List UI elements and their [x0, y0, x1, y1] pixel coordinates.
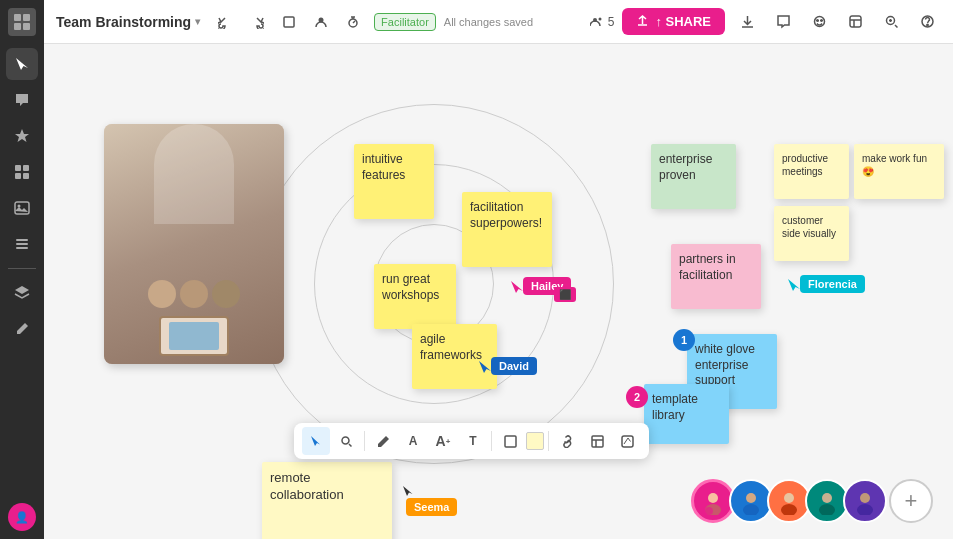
tb-table-button[interactable] [583, 427, 611, 455]
svg-rect-6 [15, 173, 21, 179]
sticky-text: customer side visually [782, 215, 836, 239]
sticky-make-work-fun[interactable]: make work fun 😍 [854, 144, 944, 199]
svg-rect-11 [16, 243, 28, 245]
zoom-button[interactable] [877, 8, 905, 36]
tb-select-button[interactable] [302, 427, 330, 455]
app-container: 👤 Team Brainstorming ▾ [0, 0, 953, 539]
canvas[interactable]: intuitive features facilitation superpow… [44, 44, 953, 539]
download-button[interactable] [733, 8, 761, 36]
settings-button[interactable] [841, 8, 869, 36]
sticky-text: run great workshops [382, 272, 439, 302]
tb-color-button[interactable] [526, 432, 544, 450]
svg-point-24 [926, 24, 927, 25]
svg-point-39 [857, 504, 873, 515]
tb-rect-button[interactable] [496, 427, 524, 455]
sticky-text: productive meetings [782, 153, 828, 177]
tb-text-small-button[interactable]: A [399, 427, 427, 455]
reactions-button[interactable] [805, 8, 833, 36]
sticky-run-great-workshops[interactable]: run great workshops [374, 264, 456, 329]
topbar: Team Brainstorming ▾ [44, 0, 953, 44]
sidebar-icon-layers[interactable] [6, 277, 38, 309]
tb-text-button[interactable]: T [459, 427, 487, 455]
svg-point-38 [860, 493, 870, 503]
svg-point-19 [816, 20, 818, 22]
cursor-florencia: Florencia [786, 277, 802, 297]
undo-button[interactable] [212, 9, 238, 35]
sidebar-icon-menu[interactable] [6, 228, 38, 260]
svg-rect-3 [23, 23, 30, 30]
facilitator-badge: Facilitator [374, 13, 436, 31]
sticky-text: remote collaboration [270, 470, 344, 502]
sticky-text: agile frameworks [420, 332, 482, 362]
tb-link-button[interactable] [553, 427, 581, 455]
svg-rect-13 [284, 17, 294, 27]
help-button[interactable] [913, 8, 941, 36]
svg-point-29 [708, 493, 718, 503]
sticky-facilitation-superpowers[interactable]: facilitation superpowers! [462, 192, 552, 267]
sticky-partners-facilitation[interactable]: partners in facilitation [671, 244, 761, 309]
sticky-text: facilitation superpowers! [470, 200, 542, 230]
sticky-productive-meetings[interactable]: productive meetings [774, 144, 849, 199]
hailey-icon-badge: ⬛ [554, 287, 576, 302]
tb-more-button[interactable] [613, 427, 641, 455]
sticky-text: white glove enterprise support [695, 342, 755, 387]
sticky-intuitive-features[interactable]: intuitive features [354, 144, 434, 219]
sticky-enterprise-proven[interactable]: enterprise proven [651, 144, 736, 209]
svg-point-17 [598, 17, 601, 20]
sidebar-icon-comment[interactable] [6, 84, 38, 116]
sticky-template-library[interactable]: template library [644, 384, 729, 444]
sidebar-icon-star[interactable] [6, 120, 38, 152]
sticky-agile-frameworks[interactable]: agile frameworks [412, 324, 497, 389]
sidebar-icon-pen[interactable] [6, 313, 38, 345]
frame-button[interactable] [276, 9, 302, 35]
logo[interactable] [8, 8, 36, 36]
redo-button[interactable] [244, 9, 270, 35]
add-participant-button[interactable]: + [889, 479, 933, 523]
svg-point-32 [746, 493, 756, 503]
svg-point-34 [784, 493, 794, 503]
cursor-hailey: Hailey [509, 279, 525, 299]
tb-divider-2 [491, 431, 492, 451]
svg-point-25 [342, 437, 349, 444]
svg-point-15 [349, 19, 357, 27]
timer-button[interactable] [340, 9, 366, 35]
photo-area [104, 124, 284, 364]
sidebar-icon-image[interactable] [6, 192, 38, 224]
tb-pen-button[interactable] [369, 427, 397, 455]
sticky-customer-side[interactable]: customer side visually [774, 206, 849, 261]
document-title[interactable]: Team Brainstorming ▾ [56, 14, 200, 30]
svg-point-37 [819, 504, 835, 515]
badge-2: 2 [626, 386, 648, 408]
main-area: Team Brainstorming ▾ [44, 0, 953, 539]
user-button[interactable] [308, 9, 334, 35]
sticky-remote-collaboration[interactable]: remote collaboration [262, 462, 392, 539]
title-text: Team Brainstorming [56, 14, 191, 30]
user-avatar[interactable]: 👤 [8, 503, 36, 531]
cursor-label-david: David [491, 357, 537, 375]
tb-divider-3 [548, 431, 549, 451]
saved-status: All changes saved [444, 16, 533, 28]
svg-rect-10 [16, 239, 28, 241]
sidebar-icon-cursor[interactable] [6, 48, 38, 80]
svg-rect-0 [14, 14, 21, 21]
sticky-text: intuitive features [362, 152, 405, 182]
sidebar-icon-grid[interactable] [6, 156, 38, 188]
sidebar: 👤 [0, 0, 44, 539]
cursor-label-seema: Seema [406, 498, 457, 516]
cursor-david: David [477, 359, 493, 379]
photo-bg [104, 124, 284, 364]
svg-rect-1 [23, 14, 30, 21]
share-button[interactable]: ↑ SHARE [622, 8, 725, 35]
svg-rect-8 [15, 202, 29, 214]
avatars-row: + [691, 479, 933, 523]
svg-point-35 [781, 504, 797, 515]
sticky-text: partners in facilitation [679, 252, 736, 282]
svg-rect-12 [16, 247, 28, 249]
tb-search-button[interactable] [332, 427, 360, 455]
tb-text-large-button[interactable]: A+ [429, 427, 457, 455]
svg-rect-21 [850, 16, 861, 27]
user-count: 5 [590, 15, 615, 29]
comments-button[interactable] [769, 8, 797, 36]
topbar-tools [212, 9, 366, 35]
avatar-5[interactable] [843, 479, 887, 523]
